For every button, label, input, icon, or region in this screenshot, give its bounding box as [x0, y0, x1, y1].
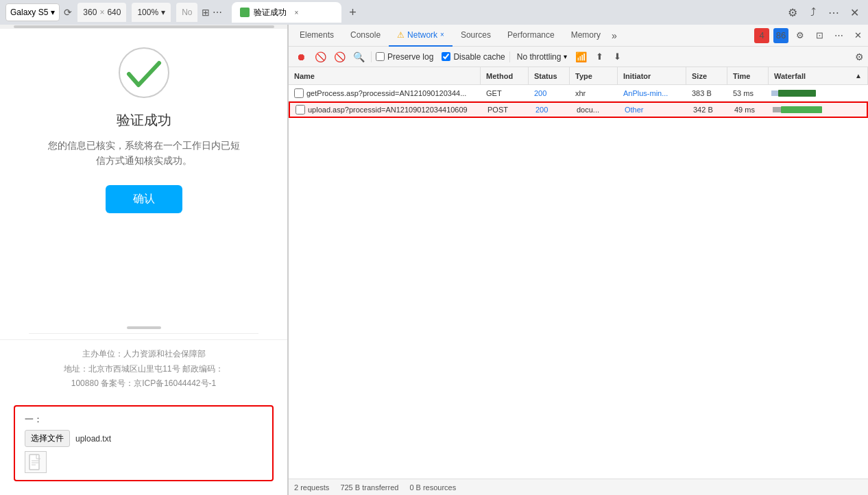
table-row[interactable]: getProcess.asp?processid=AN121090120344.…	[289, 85, 868, 101]
rotate-icon[interactable]: ⟳	[64, 7, 72, 18]
footer-scrollbar	[127, 326, 161, 329]
td-time-2: 49 ms	[729, 106, 770, 114]
share-icon[interactable]: ⤴	[805, 4, 821, 21]
more-options-icon[interactable]: ⋯	[825, 4, 842, 21]
tab-performance[interactable]: Performance	[499, 25, 563, 47]
chevron-down-icon-throttle[interactable]: ▾	[564, 53, 567, 60]
tab-memory[interactable]: Memory	[563, 25, 609, 47]
chevron-down-icon-zoom[interactable]: ▾	[161, 8, 165, 17]
devtools-topbar: Elements Console ⚠ Network × Sources Per…	[289, 25, 868, 47]
network-settings-icon[interactable]: ⚙	[855, 51, 864, 62]
disable-cache-checkbox[interactable]	[442, 52, 450, 61]
viewport-width: 360	[83, 8, 97, 17]
error-badge: 4	[754, 28, 769, 43]
checkmark-container	[117, 45, 171, 100]
throttle-label: No throttling	[517, 52, 562, 62]
tab-sources-label: Sources	[461, 30, 491, 40]
th-time: Time	[727, 67, 769, 84]
choose-file-button[interactable]: 选择文件	[25, 430, 70, 447]
waterfall-waiting-1	[771, 90, 778, 96]
upload-icon[interactable]: ⬆	[592, 49, 607, 64]
th-waterfall: Waterfall ▲	[769, 67, 868, 84]
tab-memory-label: Memory	[571, 30, 601, 40]
checkmark-svg	[117, 45, 171, 100]
devtools-more-icon[interactable]: ⋯	[831, 28, 846, 43]
disable-cache-label[interactable]: Disable cache	[442, 52, 505, 62]
tab-elements-label: Elements	[300, 30, 334, 40]
td-name-1: getProcess.asp?processid=AN121090120344.…	[289, 88, 481, 98]
sort-arrow-icon: ▲	[855, 72, 862, 80]
devtools-close-icon[interactable]: ✕	[850, 28, 865, 43]
success-description: 您的信息已核实，系统将在一个工作日内已短 信方式通知核实成功。	[48, 138, 240, 169]
preserve-log-label[interactable]: Preserve log	[376, 52, 433, 62]
th-initiator: Initiator	[618, 67, 686, 84]
close-window-icon[interactable]: ✕	[846, 4, 863, 21]
row-checkbox-2[interactable]	[296, 105, 305, 114]
th-size: Size	[686, 67, 727, 84]
search-button[interactable]: 🔍	[350, 49, 367, 65]
td-type-2: docu...	[571, 106, 619, 114]
wifi-icon[interactable]: 📶	[572, 49, 589, 65]
table-row-selected[interactable]: upload.asp?processid=AN12109012034410609…	[289, 101, 868, 118]
td-time-1: 53 ms	[727, 89, 769, 97]
browser-actions: ⚙ ⤴ ⋯ ✕	[784, 4, 863, 21]
tab-network-close[interactable]: ×	[440, 31, 444, 38]
tab-network[interactable]: ⚠ Network ×	[389, 25, 453, 47]
devtools-dock-icon[interactable]: ⊡	[812, 28, 827, 43]
device-selector[interactable]: Galaxy S5 ▾	[5, 3, 60, 21]
td-size-2: 342 B	[688, 106, 729, 114]
tab-sources[interactable]: Sources	[453, 25, 499, 47]
success-title: 验证成功	[117, 111, 171, 130]
fit-text: No	[182, 8, 192, 17]
td-waterfall-1	[769, 89, 868, 97]
download-icon[interactable]: ⬇	[610, 49, 625, 64]
close-icon: ×	[99, 8, 104, 17]
file-upload-area: 一： 选择文件 upload.txt	[14, 405, 274, 481]
devtools-settings-icon[interactable]: ⚙	[793, 28, 808, 43]
responsive-icon[interactable]: ⊞	[202, 7, 210, 18]
waterfall-bar-1	[771, 89, 865, 97]
desc-line2: 信方式通知核实成功。	[96, 155, 192, 166]
desc-line1: 您的信息已核实，系统将在一个工作日内已短	[48, 140, 240, 151]
scrollbar-thumb	[14, 25, 274, 28]
footer-sponsor: 主办单位：人力资源和社会保障部	[14, 347, 274, 362]
tab-performance-label: Performance	[507, 30, 555, 40]
disable-cache-text: Disable cache	[453, 52, 505, 62]
stop-button[interactable]: 🚫	[312, 49, 328, 65]
file-upload-label: 一：	[25, 413, 43, 426]
browser-window: Galaxy S5 ▾ ⟳ 360 × 640 100% ▾ No ⊞ ⋯ 验证…	[0, 0, 868, 495]
table-header: Name Method Status Type Initiator	[289, 67, 868, 85]
record-button[interactable]: ⏺	[293, 49, 309, 65]
tab-close-button[interactable]: ×	[291, 7, 302, 18]
throttle-select[interactable]: No throttling ▾	[517, 52, 568, 62]
file-upload-row: 选择文件 upload.txt	[25, 430, 111, 447]
warning-icon: ⚠	[397, 30, 405, 40]
settings-icon[interactable]: ⚙	[784, 4, 801, 21]
browser-tab[interactable]: 验证成功 ×	[232, 2, 341, 23]
td-initiator-1[interactable]: AnPlus-min...	[618, 89, 686, 97]
th-status-label: Status	[534, 72, 557, 80]
th-name: Name	[289, 67, 481, 84]
row-checkbox-1[interactable]	[294, 88, 304, 98]
th-method: Method	[481, 67, 529, 84]
divider1	[371, 51, 372, 62]
divider2	[509, 51, 510, 62]
confirm-button[interactable]: 确认	[106, 185, 182, 213]
tab-console[interactable]: Console	[342, 25, 389, 47]
preserve-log-checkbox[interactable]	[376, 52, 385, 61]
tab-favicon	[240, 8, 250, 17]
more-tabs-button[interactable]: »	[612, 30, 617, 41]
zoom-level: 100%	[137, 8, 158, 17]
transferred-size: 725 B transferred	[340, 483, 398, 492]
clear-button[interactable]: 🚫	[331, 49, 348, 65]
tab-elements[interactable]: Elements	[291, 25, 342, 47]
devtools-toolbar: ⏺ 🚫 🚫 🔍 Preserve log Disable cache No th…	[289, 47, 868, 67]
td-size-1: 383 B	[686, 89, 727, 97]
svg-point-0	[119, 48, 169, 97]
waterfall-receiving-2	[781, 106, 822, 113]
new-tab-button[interactable]: +	[343, 3, 362, 22]
footer-icp: 100880 备案号：京ICP备16044442号-1	[14, 376, 274, 391]
chevron-down-icon: ▾	[51, 8, 55, 17]
th-status: Status	[529, 67, 570, 84]
more-icon[interactable]: ⋯	[213, 7, 222, 18]
